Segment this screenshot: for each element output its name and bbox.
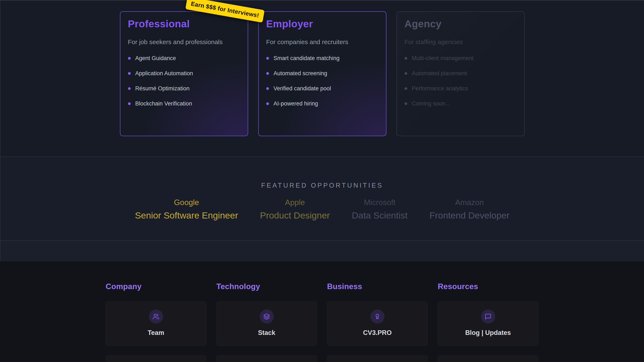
plan-feature: Verified candidate pool <box>266 86 378 91</box>
footer-header-business: Business <box>327 282 428 291</box>
job-role: Product Designer <box>260 210 330 221</box>
footer-column-technology: Technology Stack <box>216 282 317 362</box>
featured-jobs-row: Google Senior Software Engineer Apple Pr… <box>0 198 644 221</box>
job-role: Data Scientist <box>352 210 408 221</box>
featured-section-title: FEATURED OPPORTUNITIES <box>0 157 644 189</box>
plan-title-agency: Agency <box>404 18 517 30</box>
footer: Company Team Technology <box>0 261 644 362</box>
plan-feature-list: Agent Guidance Application Automation Ré… <box>128 55 240 107</box>
plan-feature-list: Multi-client management Automated placem… <box>404 55 517 107</box>
footer-column-resources: Resources Blog | Updates <box>438 282 538 362</box>
footer-header-resources: Resources <box>438 282 538 291</box>
tile-icon-circle <box>370 310 384 324</box>
plan-feature: Smart candidate matching <box>266 55 378 61</box>
plan-feature: Application Automation <box>128 70 240 76</box>
footer-header-company: Company <box>106 282 206 291</box>
plan-feature: Performance analytics <box>404 86 517 91</box>
plan-title-professional: Professional <box>128 18 240 30</box>
footer-tile-partial[interactable] <box>106 355 206 362</box>
job-company: Google <box>135 198 238 207</box>
footer-tile-team[interactable]: Team <box>106 302 206 346</box>
plan-feature: Automated placement <box>404 70 517 76</box>
plan-feature: AI-powered hiring <box>266 101 378 107</box>
award-icon <box>374 313 381 320</box>
footer-tile-partial[interactable] <box>327 355 428 362</box>
plans-section: Earn $$$ for Interviews! Professional Fo… <box>0 0 644 157</box>
job-role: Senior Software Engineer <box>135 210 238 221</box>
footer-tile-cv3pro[interactable]: CV3.PRO <box>327 302 428 346</box>
plan-title-employer: Employer <box>266 18 378 30</box>
footer-grid: Company Team Technology <box>106 282 538 362</box>
featured-opportunities-section: FEATURED OPPORTUNITIES Google Senior Sof… <box>0 157 644 240</box>
footer-column-company: Company Team <box>106 282 206 362</box>
job-company: Apple <box>260 198 330 207</box>
featured-job-apple[interactable]: Apple Product Designer <box>260 198 330 221</box>
tile-label: Blog | Updates <box>465 329 511 337</box>
footer-column-business: Business CV3.PRO <box>327 282 428 362</box>
users-icon <box>152 313 159 320</box>
message-square-icon <box>485 313 492 320</box>
plan-subtitle: For job seekers and professionals <box>128 38 240 46</box>
job-role: Frontend Developer <box>430 210 510 221</box>
layers-icon <box>263 313 270 320</box>
footer-tile-blog-updates[interactable]: Blog | Updates <box>438 302 538 346</box>
tile-label: Team <box>148 329 164 337</box>
tile-icon-circle <box>149 310 163 324</box>
tile-icon-circle <box>260 310 274 324</box>
section-spacer-band <box>0 240 644 261</box>
plan-feature: Automated screening <box>266 70 378 76</box>
featured-job-google[interactable]: Google Senior Software Engineer <box>135 198 238 221</box>
plan-feature: Agent Guidance <box>128 55 240 61</box>
plan-feature: Résumé Optimization <box>128 86 240 91</box>
footer-header-technology: Technology <box>216 282 317 291</box>
job-company: Microsoft <box>352 198 408 207</box>
plan-feature: Multi-client management <box>404 55 517 61</box>
plan-card-agency: Agency For staffing agencies Multi-clien… <box>396 11 525 136</box>
plan-card-professional[interactable]: Earn $$$ for Interviews! Professional Fo… <box>120 11 248 136</box>
featured-job-amazon[interactable]: Amazon Frontend Developer <box>430 198 510 221</box>
main-content: Earn $$$ for Interviews! Professional Fo… <box>0 0 644 261</box>
job-company: Amazon <box>430 198 510 207</box>
tile-label: CV3.PRO <box>363 329 392 337</box>
plan-feature: Coming soon... <box>404 101 517 107</box>
footer-tile-partial[interactable] <box>216 355 317 362</box>
tile-label: Stack <box>258 329 276 337</box>
plan-feature-list: Smart candidate matching Automated scree… <box>266 55 378 107</box>
featured-job-microsoft[interactable]: Microsoft Data Scientist <box>352 198 408 221</box>
plan-feature: Blockchain Verification <box>128 101 240 107</box>
plan-card-employer[interactable]: Employer For companies and recruiters Sm… <box>258 11 386 136</box>
plan-subtitle: For companies and recruiters <box>266 38 378 46</box>
footer-tile-partial[interactable] <box>438 355 538 362</box>
plan-subtitle: For staffing agencies <box>404 38 517 46</box>
plans-row: Earn $$$ for Interviews! Professional Fo… <box>0 0 644 136</box>
footer-tile-stack[interactable]: Stack <box>216 302 317 346</box>
tile-icon-circle <box>481 310 495 324</box>
